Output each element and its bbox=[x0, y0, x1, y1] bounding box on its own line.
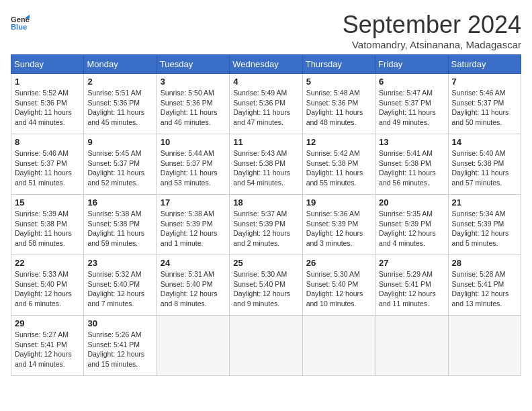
day-info: Sunrise: 5:37 AMSunset: 5:39 PMDaylight:… bbox=[233, 209, 298, 248]
day-number: 19 bbox=[306, 197, 371, 208]
calendar-cell bbox=[302, 316, 375, 376]
day-info: Sunrise: 5:29 AMSunset: 5:41 PMDaylight:… bbox=[379, 269, 444, 309]
calendar-cell: 28Sunrise: 5:28 AMSunset: 5:41 PMDayligh… bbox=[448, 255, 521, 316]
day-number: 25 bbox=[233, 258, 298, 268]
calendar-cell: 29Sunrise: 5:27 AMSunset: 5:41 PMDayligh… bbox=[11, 316, 84, 376]
day-number: 7 bbox=[452, 77, 517, 87]
day-number: 29 bbox=[15, 318, 80, 328]
calendar-cell bbox=[157, 316, 229, 376]
day-info: Sunrise: 5:51 AMSunset: 5:36 PMDaylight:… bbox=[87, 88, 152, 128]
day-info: Sunrise: 5:41 AMSunset: 5:38 PMDaylight:… bbox=[379, 148, 444, 188]
logo-icon: General Blue bbox=[11, 13, 30, 32]
day-info: Sunrise: 5:46 AMSunset: 5:37 PMDaylight:… bbox=[452, 88, 517, 128]
col-header-wednesday: Wednesday bbox=[230, 55, 302, 74]
day-number: 28 bbox=[452, 258, 517, 268]
day-number: 2 bbox=[87, 77, 152, 87]
day-info: Sunrise: 5:30 AMSunset: 5:40 PMDaylight:… bbox=[233, 269, 298, 309]
col-header-tuesday: Tuesday bbox=[157, 55, 229, 74]
day-info: Sunrise: 5:38 AMSunset: 5:39 PMDaylight:… bbox=[161, 209, 226, 248]
day-number: 27 bbox=[379, 258, 444, 268]
day-info: Sunrise: 5:47 AMSunset: 5:37 PMDaylight:… bbox=[379, 88, 444, 128]
day-info: Sunrise: 5:39 AMSunset: 5:38 PMDaylight:… bbox=[15, 209, 80, 248]
day-info: Sunrise: 5:38 AMSunset: 5:38 PMDaylight:… bbox=[87, 209, 152, 248]
calendar-table: SundayMondayTuesdayWednesdayThursdayFrid… bbox=[11, 54, 521, 376]
calendar-cell: 21Sunrise: 5:34 AMSunset: 5:39 PMDayligh… bbox=[448, 195, 521, 255]
day-info: Sunrise: 5:52 AMSunset: 5:36 PMDaylight:… bbox=[15, 88, 80, 128]
week-row-4: 22Sunrise: 5:33 AMSunset: 5:40 PMDayligh… bbox=[11, 255, 521, 316]
calendar-cell: 2Sunrise: 5:51 AMSunset: 5:36 PMDaylight… bbox=[84, 74, 157, 134]
calendar-cell: 11Sunrise: 5:43 AMSunset: 5:38 PMDayligh… bbox=[230, 134, 302, 195]
day-number: 15 bbox=[15, 197, 80, 208]
calendar-cell: 5Sunrise: 5:48 AMSunset: 5:36 PMDaylight… bbox=[302, 74, 375, 134]
title-block: September 2024 Vatomandry, Atsinanana, M… bbox=[343, 11, 521, 50]
calendar-cell bbox=[375, 316, 448, 376]
day-info: Sunrise: 5:27 AMSunset: 5:41 PMDaylight:… bbox=[15, 330, 80, 369]
calendar-cell: 17Sunrise: 5:38 AMSunset: 5:39 PMDayligh… bbox=[157, 195, 229, 255]
month-title: September 2024 bbox=[343, 11, 521, 39]
calendar-cell: 25Sunrise: 5:30 AMSunset: 5:40 PMDayligh… bbox=[230, 255, 302, 316]
col-header-thursday: Thursday bbox=[302, 55, 375, 74]
calendar-cell: 19Sunrise: 5:36 AMSunset: 5:39 PMDayligh… bbox=[302, 195, 375, 255]
svg-text:General: General bbox=[11, 15, 30, 24]
calendar-cell bbox=[448, 316, 521, 376]
col-header-sunday: Sunday bbox=[11, 55, 84, 74]
day-number: 3 bbox=[161, 77, 226, 87]
day-number: 18 bbox=[233, 197, 298, 208]
svg-text:Blue: Blue bbox=[11, 23, 27, 31]
calendar-cell: 27Sunrise: 5:29 AMSunset: 5:41 PMDayligh… bbox=[375, 255, 448, 316]
week-row-2: 8Sunrise: 5:46 AMSunset: 5:37 PMDaylight… bbox=[11, 134, 521, 195]
calendar-cell: 10Sunrise: 5:44 AMSunset: 5:37 PMDayligh… bbox=[157, 134, 229, 195]
day-number: 23 bbox=[87, 258, 152, 268]
day-info: Sunrise: 5:42 AMSunset: 5:38 PMDaylight:… bbox=[306, 148, 371, 188]
calendar-cell: 8Sunrise: 5:46 AMSunset: 5:37 PMDaylight… bbox=[11, 134, 84, 195]
calendar-cell: 7Sunrise: 5:46 AMSunset: 5:37 PMDaylight… bbox=[448, 74, 521, 134]
col-header-friday: Friday bbox=[375, 55, 448, 74]
week-row-3: 15Sunrise: 5:39 AMSunset: 5:38 PMDayligh… bbox=[11, 195, 521, 255]
col-header-monday: Monday bbox=[84, 55, 157, 74]
calendar-cell: 22Sunrise: 5:33 AMSunset: 5:40 PMDayligh… bbox=[11, 255, 84, 316]
calendar-cell: 13Sunrise: 5:41 AMSunset: 5:38 PMDayligh… bbox=[375, 134, 448, 195]
day-number: 20 bbox=[379, 197, 444, 208]
day-number: 14 bbox=[452, 137, 517, 147]
day-number: 26 bbox=[306, 258, 371, 268]
col-header-saturday: Saturday bbox=[448, 55, 521, 74]
calendar-cell: 4Sunrise: 5:49 AMSunset: 5:36 PMDaylight… bbox=[230, 74, 302, 134]
day-info: Sunrise: 5:35 AMSunset: 5:39 PMDaylight:… bbox=[379, 209, 444, 248]
calendar-header-row: SundayMondayTuesdayWednesdayThursdayFrid… bbox=[11, 55, 521, 74]
day-info: Sunrise: 5:50 AMSunset: 5:36 PMDaylight:… bbox=[161, 88, 226, 128]
calendar-cell: 23Sunrise: 5:32 AMSunset: 5:40 PMDayligh… bbox=[84, 255, 157, 316]
calendar-cell: 18Sunrise: 5:37 AMSunset: 5:39 PMDayligh… bbox=[230, 195, 302, 255]
day-number: 30 bbox=[87, 318, 152, 328]
day-number: 5 bbox=[306, 77, 371, 87]
day-info: Sunrise: 5:43 AMSunset: 5:38 PMDaylight:… bbox=[233, 148, 298, 188]
page-header: General Blue September 2024 Vatomandry, … bbox=[11, 11, 521, 50]
day-info: Sunrise: 5:44 AMSunset: 5:37 PMDaylight:… bbox=[161, 148, 226, 188]
location-subtitle: Vatomandry, Atsinanana, Madagascar bbox=[343, 39, 521, 50]
calendar-cell: 30Sunrise: 5:26 AMSunset: 5:41 PMDayligh… bbox=[84, 316, 157, 376]
day-info: Sunrise: 5:45 AMSunset: 5:37 PMDaylight:… bbox=[87, 148, 152, 188]
day-info: Sunrise: 5:48 AMSunset: 5:36 PMDaylight:… bbox=[306, 88, 371, 128]
day-number: 1 bbox=[15, 77, 80, 87]
day-info: Sunrise: 5:32 AMSunset: 5:40 PMDaylight:… bbox=[87, 269, 152, 309]
day-number: 6 bbox=[379, 77, 444, 87]
calendar-cell: 6Sunrise: 5:47 AMSunset: 5:37 PMDaylight… bbox=[375, 74, 448, 134]
calendar-cell: 26Sunrise: 5:30 AMSunset: 5:40 PMDayligh… bbox=[302, 255, 375, 316]
day-info: Sunrise: 5:34 AMSunset: 5:39 PMDaylight:… bbox=[452, 209, 517, 248]
day-info: Sunrise: 5:30 AMSunset: 5:40 PMDaylight:… bbox=[306, 269, 371, 309]
day-number: 12 bbox=[306, 137, 371, 147]
day-number: 8 bbox=[15, 137, 80, 147]
logo: General Blue bbox=[11, 13, 30, 32]
day-info: Sunrise: 5:49 AMSunset: 5:36 PMDaylight:… bbox=[233, 88, 298, 128]
day-info: Sunrise: 5:33 AMSunset: 5:40 PMDaylight:… bbox=[15, 269, 80, 309]
calendar-cell: 20Sunrise: 5:35 AMSunset: 5:39 PMDayligh… bbox=[375, 195, 448, 255]
day-info: Sunrise: 5:46 AMSunset: 5:37 PMDaylight:… bbox=[15, 148, 80, 188]
day-number: 22 bbox=[15, 258, 80, 268]
day-number: 4 bbox=[233, 77, 298, 87]
calendar-cell: 14Sunrise: 5:40 AMSunset: 5:38 PMDayligh… bbox=[448, 134, 521, 195]
calendar-cell: 3Sunrise: 5:50 AMSunset: 5:36 PMDaylight… bbox=[157, 74, 229, 134]
day-number: 10 bbox=[161, 137, 226, 147]
day-info: Sunrise: 5:36 AMSunset: 5:39 PMDaylight:… bbox=[306, 209, 371, 248]
week-row-5: 29Sunrise: 5:27 AMSunset: 5:41 PMDayligh… bbox=[11, 316, 521, 376]
day-number: 17 bbox=[161, 197, 226, 208]
day-info: Sunrise: 5:28 AMSunset: 5:41 PMDaylight:… bbox=[452, 269, 517, 309]
